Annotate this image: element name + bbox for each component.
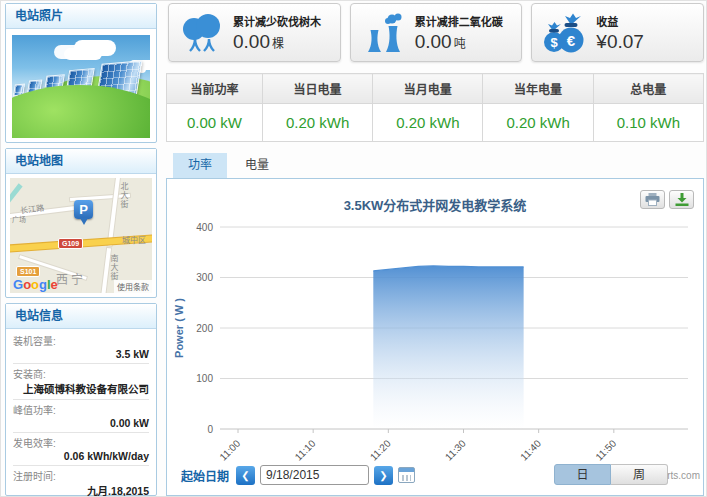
info-row: 装机容量:3.5 kW [13,331,149,364]
chart-toolbar [640,190,694,209]
x-tick-label: 11:20 [368,437,393,462]
y-tick-label: 300 [196,272,213,283]
info-row-value: 上海硕博科教设备有限公司 [13,381,149,396]
road-badge-g109: G109 [58,238,83,249]
chart-tab-bar: 功率电量 [166,153,704,178]
area-series[interactable] [373,266,523,429]
prev-date-button[interactable]: ❮ [236,466,255,485]
google-logo-letter: g [39,277,47,292]
card-unit: 吨 [454,37,466,51]
chart-panel: 功率电量 3.5KW分布式并网发电教学系统 [166,153,704,496]
next-date-button[interactable]: ❯ [374,466,393,485]
y-tick-label: 100 [196,373,213,384]
google-logo[interactable]: Google [13,277,58,292]
stat-card-co2: 累计减排二氧化碳 0.00吨 [350,3,523,62]
stat-card-income: $ € 收益 ¥0.07 [531,3,704,62]
info-row-value: 九月.18,2015 [13,483,149,497]
info-row-label: 装机容量: [13,333,149,348]
start-date-input[interactable] [260,465,369,485]
chart-body: 3.5KW分布式并网发电教学系统 01002 [166,178,704,496]
cloud-shape [64,48,102,60]
info-row-label: 发电效率: [13,435,149,450]
info-row: 峰值功率:0.00 kW [13,400,149,433]
district-label: 城中区 [122,234,146,245]
info-row-label: 峰值功率: [13,402,149,417]
card-value: 0.00吨 [415,31,503,53]
card-value-number: 0.00 [415,31,452,52]
stats-value-cell: 0.20 kWh [483,104,593,142]
info-row-label: 注册时间: [13,468,149,483]
tab-power[interactable]: 功率 [173,153,227,178]
google-logo-letter: G [13,277,23,292]
info-row: 注册时间:九月.18,2015 [13,466,149,497]
money-bags-icon: $ € [532,11,596,55]
info-rows: 装机容量:3.5 kW安装商:上海硕博科教设备有限公司峰值功率:0.00 kW发… [6,330,156,495]
stats-header-cell: 当日电量 [262,74,372,104]
info-row-value: 0.06 kWh/kW/day [13,450,149,462]
marker-letter: P [79,202,88,217]
info-row: 发电效率:0.06 kWh/kW/day [13,433,149,466]
road-label-nandajie: 南大街 [108,254,119,281]
stats-header-cell: 当月电量 [373,74,483,104]
dollar-glyph: $ [551,35,559,50]
map-panel: 电站地图 G109 S101 长江路 北大街 南大街 城中区 广场 西宁 P G… [5,148,157,298]
stats-header-cell: 总电量 [593,74,703,104]
stats-value-cell: 0.20 kWh [262,104,372,142]
calendar-icon[interactable] [398,467,415,483]
stats-value-cell: 0.20 kWh [373,104,483,142]
stats-header-cell: 当前功率 [167,74,263,104]
range-toggle: 日 周 [554,464,668,485]
card-label: 累计减排二氧化碳 [415,13,503,29]
tab-energy[interactable]: 电量 [230,153,284,178]
x-tick-label: 11:10 [293,437,318,462]
map-terms-link[interactable]: 使用条款 [114,280,152,293]
chart-title: 3.5KW分布式并网发电教学系统 [167,195,703,214]
road-label-beidajie: 北大街 [118,182,129,209]
google-map[interactable]: G109 S101 长江路 北大街 南大街 城中区 广场 西宁 P Google… [10,178,152,293]
stat-card-trees: 累计减少砍伐树木 0.00棵 [168,3,341,62]
map-marker-p[interactable]: P [74,200,93,219]
square-label: 广场 [12,214,26,224]
google-logo-letter: o [31,277,39,292]
stats-value-cell: 0.00 kW [167,104,263,142]
info-row-label: 安装商: [13,366,149,381]
info-row: 安装商:上海硕博科教设备有限公司 [13,364,149,400]
trees-icon [169,12,233,54]
week-range-button[interactable]: 周 [611,464,668,485]
start-date-label: 起始日期 [181,467,229,484]
print-chart-button[interactable] [640,190,665,209]
google-logo-letter: e [51,277,58,292]
station-photo [12,35,150,138]
y-tick-label: 200 [196,323,213,334]
power-area-chart[interactable]: 010020030040011:0011:1011:2011:3011:4011… [170,217,700,469]
solar-dashboard: 电站照片 电站地图 G109 S101 长江路 北大街 南 [0,0,707,497]
download-chart-button[interactable] [669,190,694,209]
card-label: 收益 [596,13,646,29]
x-tick-label: 11:40 [518,437,543,462]
y-tick-label: 400 [196,222,213,233]
x-tick-label: 11:30 [443,437,468,462]
card-label: 累计减少砍伐树木 [233,13,321,29]
summary-cards: 累计减少砍伐树木 0.00棵 累计减排二氧化碳 0.00吨 [168,3,704,62]
info-row-value: 0.00 kW [13,417,149,429]
card-value-number: 0.00 [233,31,270,52]
city-label: 西宁 [56,270,86,287]
x-tick-label: 11:00 [217,437,242,462]
date-controls: 起始日期 ❮ ❯ [181,465,415,485]
hill-shape [12,85,150,138]
card-value: ¥0.07 [596,31,646,53]
info-panel: 电站信息 装机容量:3.5 kW安装商:上海硕博科教设备有限公司峰值功率:0.0… [5,303,157,496]
download-icon [675,193,689,206]
card-value-number: ¥0.07 [596,31,644,52]
x-tick-label: 11:50 [593,437,618,462]
google-logo-letter: o [23,277,31,292]
road-badge-s101: S101 [16,266,40,277]
card-unit: 棵 [272,37,284,51]
photo-panel: 电站照片 [5,3,157,143]
printer-icon [645,193,660,206]
y-tick-label: 0 [207,424,213,435]
day-range-button[interactable]: 日 [554,464,611,485]
chart-watermark: rts.com [667,470,700,481]
y-axis-title: Power ( W ) [173,298,185,358]
stats-header-cell: 当年电量 [483,74,593,104]
